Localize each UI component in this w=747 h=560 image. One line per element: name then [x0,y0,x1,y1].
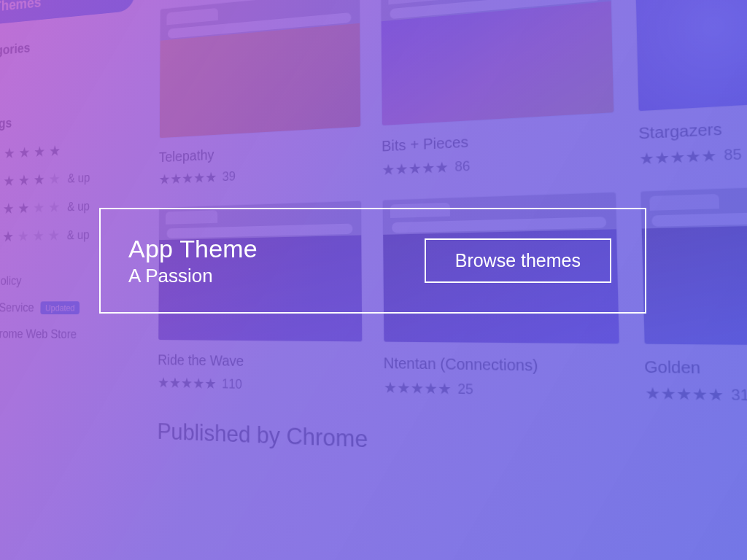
theme-thumbnail [380,0,614,126]
rating-row: ★★★★★ 31 [645,384,747,411]
rating-count: 85 [724,146,742,164]
category-all[interactable]: All [0,55,134,99]
categories-heading: Categories [0,31,135,61]
theme-thumbnail [159,0,361,139]
theme-title: Telepathy [159,139,362,166]
rating-row: ★★★★★ 110 [158,374,363,396]
published-heading: Published by Chrome [158,418,747,480]
rating-count: 86 [454,158,470,175]
rating-row: ★★★★★ 25 [384,378,622,402]
browse-themes-button[interactable]: Browse themes [425,238,611,283]
theme-title: Stargazers [638,110,747,143]
theme-card[interactable]: Bits + Pieces ★★★★★ 86 [380,0,616,179]
and-up-text: & up [68,171,90,186]
cta-panel: App Theme A Passion Browse themes [99,208,646,314]
theme-card[interactable]: Golden ★★★★★ 31 [640,182,747,410]
updated-badge: Updated [40,301,80,314]
theme-title: Ride the Wave [158,352,363,372]
sidebar-themes-label: Themes [0,0,42,15]
sidebar-item-themes[interactable]: Themes [0,0,135,28]
ratings-heading: Ratings [0,107,134,133]
theme-title: Ntentan (Connections) [384,354,621,376]
theme-grid: Telepathy ★★★★★ 39 Bits + Pieces ★★★★★ 8… [158,0,747,412]
rating-row: ★★★★★ 39 [159,162,362,187]
theme-card[interactable]: Stargazers ★★★★★ 85 [634,0,747,168]
star-icon: ★★★★★ [159,168,217,187]
star-icon: ★★★★★ [384,378,452,398]
cta-text-block: App Theme A Passion [128,235,258,287]
star-icon: ★★★★★ [158,374,217,392]
rating-count: 39 [222,168,236,184]
theme-title: Golden [644,358,747,382]
theme-card[interactable]: Telepathy ★★★★★ 39 [159,0,362,188]
cta-subtitle: A Passion [128,265,258,287]
rating-count: 110 [222,376,242,392]
terms-text: Terms of Service [0,300,34,314]
link-about-store[interactable]: About Chrome Web Store [0,321,133,349]
star-icon: ★★★★★ [639,146,717,168]
theme-thumbnail [634,0,747,112]
rating-row: ★★★★★ 86 [382,150,616,179]
and-up-text: & up [67,228,90,242]
rating-count: 25 [457,381,473,397]
rating-count: 31 [731,386,747,405]
star-icon: ★★★★★ [382,158,449,179]
star-icon: ★★★★★ [645,384,724,405]
cta-title: App Theme [128,235,258,263]
theme-title: Bits + Pieces [382,125,615,155]
and-up-text: & up [67,199,90,214]
theme-thumbnail [640,182,747,347]
